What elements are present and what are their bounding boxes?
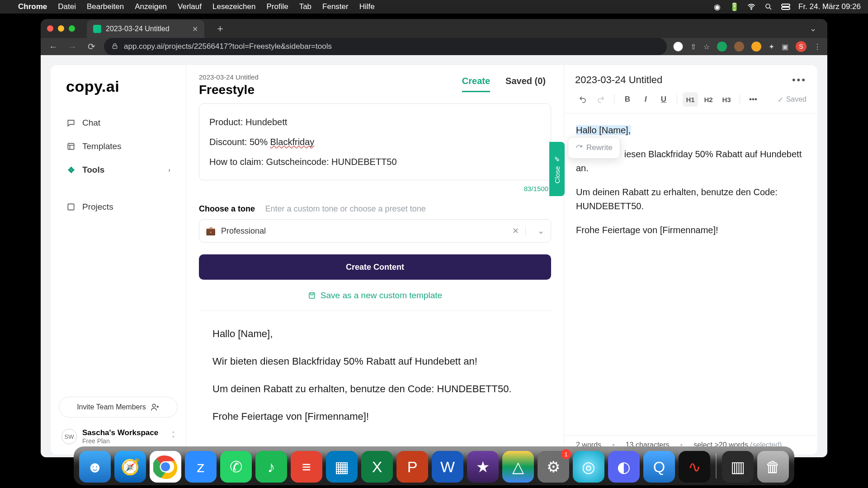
chevron-down-icon[interactable]: ⌄ [531,226,544,236]
menu-hilfe[interactable]: Hilfe [359,2,375,11]
dock-discord-icon[interactable]: ◐ [608,451,640,483]
extensions-puzzle-icon[interactable]: ✦ [769,42,774,51]
invite-team-button[interactable]: Invite Team Members [59,397,178,418]
prompt-input[interactable]: Product: Hundebett Discount: 50% Blackfr… [199,103,551,180]
browser-tab[interactable]: 2023-03-24 Untitled ✕ [87,20,204,38]
tone-clear-button[interactable]: ✕ [506,226,526,236]
window-controls[interactable] [47,25,75,32]
ext-star-icon[interactable]: ☆ [703,42,710,51]
gen-line: Frohe Feiertage von [Firmenname]! [212,409,547,424]
new-tab-button[interactable]: ＋ [211,19,230,38]
nav-back-button[interactable]: ← [47,42,60,52]
sidebar-item-chat[interactable]: Chat [59,113,178,133]
rewrite-icon [576,144,583,151]
dock-excel-icon[interactable]: X [361,451,393,483]
create-content-button[interactable]: Create Content [199,254,551,280]
menu-verlauf[interactable]: Verlauf [178,2,202,11]
svg-point-7 [152,404,156,407]
sidebar-item-label: Tools [82,165,104,175]
tabs-overflow-icon[interactable]: ⌄ [810,23,821,33]
app-logo[interactable]: copy.ai [59,78,178,95]
menubar-clock[interactable]: Fr. 24. März 09:26 [798,2,861,11]
tone-label: Choose a tone [199,204,255,214]
dock-quicktime-icon[interactable]: Q [643,451,675,483]
h1-button[interactable]: H1 [683,92,698,107]
editor-content[interactable]: Hallo [Name], Wir bieten diesen Blackfri… [564,113,817,435]
editor-more-icon[interactable]: ••• [792,74,807,86]
dock-settings-icon[interactable]: ⚙1 [538,451,569,483]
underline-button[interactable]: U [656,92,671,107]
sidebar-item-projects[interactable]: Projects [59,197,178,217]
window-close-icon[interactable] [47,25,53,32]
undo-button[interactable] [575,92,590,107]
address-bar[interactable]: app.copy.ai/projects/22566417?tool=Frees… [104,38,667,55]
dock-separator [716,453,717,479]
wifi-icon[interactable] [747,2,756,11]
nav-forward-button[interactable]: → [66,42,79,52]
redo-button[interactable] [593,92,609,107]
h3-button[interactable]: H3 [719,92,734,107]
tone-select[interactable]: 💼 Professional ✕ ⌄ [199,219,551,243]
ext-brown-icon[interactable] [734,42,744,52]
menu-lesezeichen[interactable]: Lesezeichen [212,2,255,11]
dock-zoom-icon[interactable]: z [185,451,217,483]
window-zoom-icon[interactable] [69,25,75,32]
h2-button[interactable]: H2 [701,92,716,107]
spotlight-icon[interactable] [764,2,773,11]
menu-fenster[interactable]: Fenster [322,2,349,11]
control-center-icon[interactable] [781,2,790,11]
menubar-appname[interactable]: Chrome [18,2,47,11]
menu-datei[interactable]: Datei [58,2,76,11]
dock-powerpoint-icon[interactable]: P [396,451,428,483]
menu-profile[interactable]: Profile [266,2,288,11]
ext-orange-icon[interactable] [751,42,761,52]
bold-button[interactable]: B [620,92,635,107]
input-line: How to claim: Gutscheincode: HUNDEBETT50 [209,152,541,172]
generated-output[interactable]: Hallo [Name], Wir bieten diesen Blackfri… [199,311,551,455]
svg-point-10 [161,462,170,471]
profile-avatar[interactable]: S [796,41,807,52]
dock-chrome-icon[interactable] [150,451,181,483]
editor-title[interactable]: 2023-03-24 Untitled [575,74,662,86]
menu-tab[interactable]: Tab [299,2,311,11]
dock-imovie-icon[interactable]: ★ [467,451,499,483]
dock-todoist-icon[interactable]: ≡ [291,451,322,483]
tab-close-icon[interactable]: ✕ [192,25,198,33]
tab-saved[interactable]: Saved (0) [505,76,546,92]
record-icon[interactable]: ◉ [712,2,722,11]
ext-green-icon[interactable] [717,42,727,52]
sidepanel-icon[interactable]: ▣ [782,42,788,51]
sidebar-item-tools[interactable]: ❖ Tools › [59,160,178,180]
left-nav: copy.ai Chat Templates ❖ Tools › [51,65,186,455]
chrome-toolbar: ← → ⟳ app.copy.ai/projects/22566417?tool… [41,38,827,55]
dock-word-icon[interactable]: W [432,451,463,483]
save-template-link[interactable]: Save as a new custom template [199,291,551,311]
rewrite-popover[interactable]: Rewrite [568,137,620,159]
italic-button[interactable]: I [638,92,653,107]
battery-icon[interactable]: 🔋 [730,2,739,11]
dock-trash-icon[interactable]: 🗑 [757,451,789,483]
input-line: Product: Hundebett [209,112,541,132]
dock-siri-icon[interactable]: ◎ [573,451,604,483]
dock-whatsapp-icon[interactable]: ✆ [220,451,252,483]
dock-finder-icon[interactable]: ☻ [79,451,111,483]
dock-spotify-icon[interactable]: ♪ [255,451,287,483]
dock-trello-icon[interactable]: ▦ [326,451,358,483]
dock-drive-icon[interactable]: △ [502,451,534,483]
chrome-menu-icon[interactable]: ⋮ [814,42,821,51]
nav-reload-button[interactable]: ⟳ [85,41,98,52]
dock-safari-icon[interactable]: 🧭 [114,451,146,483]
close-sidebar-tab[interactable]: Close ✎ [549,142,565,196]
dock-voicememos-icon[interactable]: ∿ [679,451,710,483]
sidebar-item-templates[interactable]: Templates [59,136,178,157]
dock-app-icon[interactable]: ▥ [722,451,754,483]
menu-bearbeiten[interactable]: Bearbeiten [87,2,124,11]
toolbar-extensions: ⇧ ☆ ✦ ▣ S ⋮ [673,41,821,52]
tab-create[interactable]: Create [462,76,490,92]
window-minimize-icon[interactable] [58,25,64,32]
toolbar-more-icon[interactable]: ••• [745,92,761,107]
menu-anzeigen[interactable]: Anzeigen [135,2,167,11]
ext-share-icon[interactable]: ⇧ [690,42,696,51]
workspace-switcher[interactable]: SW Sascha's Workspace Free Plan ˄˅ [59,427,178,446]
ext-translate-icon[interactable] [673,42,683,52]
